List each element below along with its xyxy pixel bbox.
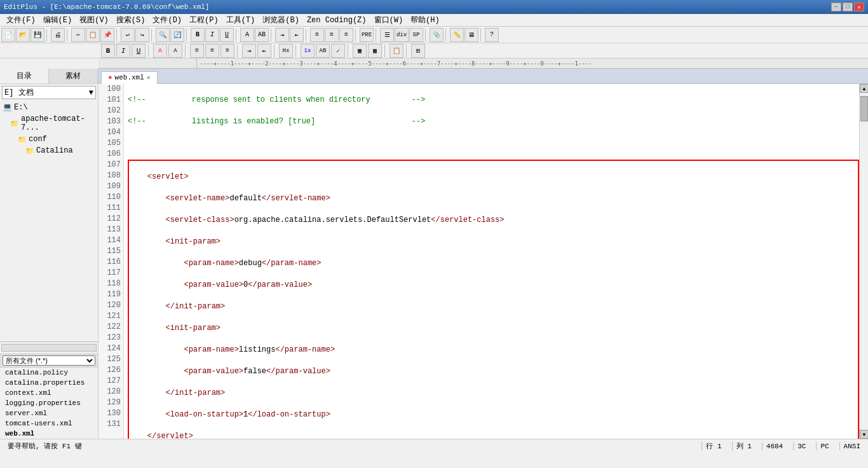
toolbar-sep1 (46, 29, 49, 41)
clip-button[interactable]: 📎 (430, 28, 444, 42)
paste-button[interactable]: 📌 (100, 28, 114, 42)
encoding1: 3C (793, 443, 810, 450)
format-mark[interactable]: Hx (279, 44, 293, 58)
replace-button[interactable]: 🔄 (170, 28, 184, 42)
help-button[interactable]: ? (485, 28, 499, 42)
format-indent5[interactable]: ⇤ (257, 44, 271, 58)
format-check[interactable]: ✓ (331, 44, 345, 58)
underline-button[interactable]: U (220, 28, 234, 42)
toolbar: 📄 📂 💾 🖨 ✂ 📋 📌 ↩ ↪ 🔍 🔄 B I U A AB ⇥ ⇤ ≡ ≡… (0, 27, 868, 43)
format-indent1[interactable]: ≡ (190, 44, 204, 58)
file-server-xml[interactable]: server.xml (0, 408, 98, 418)
format-sep2 (185, 45, 187, 57)
vertical-scrollbar[interactable]: ▲ ▼ (859, 84, 868, 439)
format-clip2[interactable]: 📋 (390, 44, 403, 58)
monitor-button[interactable]: 🖥 (465, 28, 478, 42)
align-center-button[interactable]: ≡ (325, 28, 339, 42)
tree-item-conf[interactable]: 📁 conf (0, 134, 98, 145)
format-indent4[interactable]: ⇥ (242, 44, 256, 58)
scroll-up-button[interactable]: ▲ (860, 84, 868, 93)
maximize-button[interactable]: □ (843, 3, 853, 11)
format-code1[interactable]: 1x (301, 44, 315, 58)
app-title: EditPlus - [E:\apache-tomcat-7.0.69\conf… (4, 3, 209, 11)
color-button[interactable]: AB (255, 28, 269, 42)
menu-search[interactable]: 搜索(S) (112, 13, 149, 27)
code-container[interactable]: 100 101 102 103 104 105 106 107 108 109 … (98, 84, 868, 439)
menu-file[interactable]: 文件(F) (3, 13, 39, 27)
format-grid2[interactable]: ▦ (368, 44, 382, 58)
font-button[interactable]: A (240, 28, 254, 42)
bold-button[interactable]: B (191, 28, 205, 42)
sp-button[interactable]: SP (409, 28, 423, 42)
file-web-xml[interactable]: web.xml (0, 429, 98, 439)
ruler-text: ----+----1----+----2----+----3----+----4… (200, 60, 592, 67)
file-context-xml[interactable]: context.xml (0, 388, 98, 398)
format-code2[interactable]: AB (316, 44, 330, 58)
copy-button[interactable]: 📋 (86, 28, 100, 42)
menu-edit[interactable]: 编辑(E) (39, 13, 76, 27)
menu-window[interactable]: 窗口(W) (370, 13, 407, 27)
div-button[interactable]: div (395, 28, 409, 42)
toolbar-sep2 (67, 29, 69, 41)
indent-button[interactable]: ⇥ (275, 28, 289, 42)
tree-item-drive[interactable]: 💻 E:\ (0, 101, 98, 113)
redo-button[interactable]: ↪ (135, 28, 149, 42)
print-button[interactable]: 🖨 (51, 28, 65, 42)
folder-icon-conf: 📁 (18, 135, 27, 144)
tab-directory[interactable]: 目录 (0, 69, 49, 83)
outdent-button[interactable]: ⇤ (290, 28, 304, 42)
new-button[interactable]: 📄 (1, 28, 15, 42)
menu-help[interactable]: 帮助(H) (407, 13, 444, 27)
toolbar-sep9 (355, 29, 358, 41)
list-button[interactable]: ☰ (380, 28, 394, 42)
menu-project[interactable]: 工程(P) (186, 13, 222, 27)
undo-button[interactable]: ↩ (121, 28, 135, 42)
dropdown-arrow-icon[interactable]: ▼ (89, 88, 93, 97)
tab-material[interactable]: 素材 (49, 69, 98, 83)
menu-zen[interactable]: Zen Coding(Z) (303, 15, 370, 26)
menu-tools[interactable]: 工具(T) (222, 13, 259, 27)
menu-view[interactable]: 视图(V) (76, 13, 112, 27)
scrollbar-h[interactable] (0, 341, 98, 354)
format-indent2[interactable]: ≡ (205, 44, 219, 58)
format-color1[interactable]: A (153, 44, 167, 58)
title-bar: EditPlus - [E:\apache-tomcat-7.0.69\conf… (0, 0, 868, 14)
cut-button[interactable]: ✂ (71, 28, 85, 42)
minimize-button[interactable]: − (831, 3, 841, 11)
tab-close-icon[interactable]: ✕ (147, 74, 151, 81)
open-button[interactable]: 📂 (16, 28, 30, 42)
pre-button[interactable]: PRE (360, 28, 374, 42)
find-button[interactable]: 🔍 (156, 28, 170, 42)
file-catalina-properties[interactable]: catalina.properties (0, 378, 98, 388)
format-btn1[interactable]: B (101, 44, 115, 58)
code-editor[interactable]: <!-- response sent to clients when direc… (124, 84, 859, 439)
scroll-down-button[interactable]: ▼ (860, 430, 868, 439)
format-color2[interactable]: A (168, 44, 182, 58)
toolbar-sep6 (236, 29, 238, 41)
editor-tab-webxml[interactable]: ● web.xml ✕ (101, 71, 158, 84)
format-sep6 (348, 45, 350, 57)
scroll-thumb[interactable] (860, 96, 868, 121)
file-filter-select[interactable]: 所有文件 (*.*) (3, 355, 95, 366)
left-panel: 目录 素材 E] 文档 ▼ 💻 E:\ 📁 apache-tomcat-7...… (0, 69, 98, 439)
menu-bar: 文件(F) 编辑(E) 视图(V) 搜索(S) 文件(D) 工程(P) 工具(T… (0, 14, 868, 27)
align-left-button[interactable]: ≡ (310, 28, 324, 42)
tree-item-tomcat[interactable]: 📁 apache-tomcat-7... (0, 113, 98, 134)
format-btn3[interactable]: U (132, 44, 146, 58)
save-button[interactable]: 💾 (31, 28, 44, 42)
format-indent3[interactable]: ≡ (220, 44, 234, 58)
file-logging-properties[interactable]: logging.properties (0, 398, 98, 408)
italic-button[interactable]: I (205, 28, 219, 42)
tree-item-catalina[interactable]: 📁 Catalina (0, 145, 98, 156)
file-label-bar: E] 文档 ▼ (2, 86, 96, 99)
close-button[interactable]: ✕ (854, 3, 864, 11)
file-tomcat-users-xml[interactable]: tomcat-users.xml (0, 418, 98, 429)
format-grid1[interactable]: ▦ (353, 44, 367, 58)
format-btn2[interactable]: I (116, 44, 130, 58)
align-right-button[interactable]: ≡ (339, 28, 353, 42)
menu-browser[interactable]: 浏览器(B) (259, 13, 303, 27)
file-catalina-policy[interactable]: catalina.policy (0, 368, 98, 378)
ruler-button[interactable]: 📏 (450, 28, 464, 42)
menu-file2[interactable]: 文件(D) (149, 13, 186, 27)
format-table[interactable]: ⊞ (411, 44, 425, 58)
